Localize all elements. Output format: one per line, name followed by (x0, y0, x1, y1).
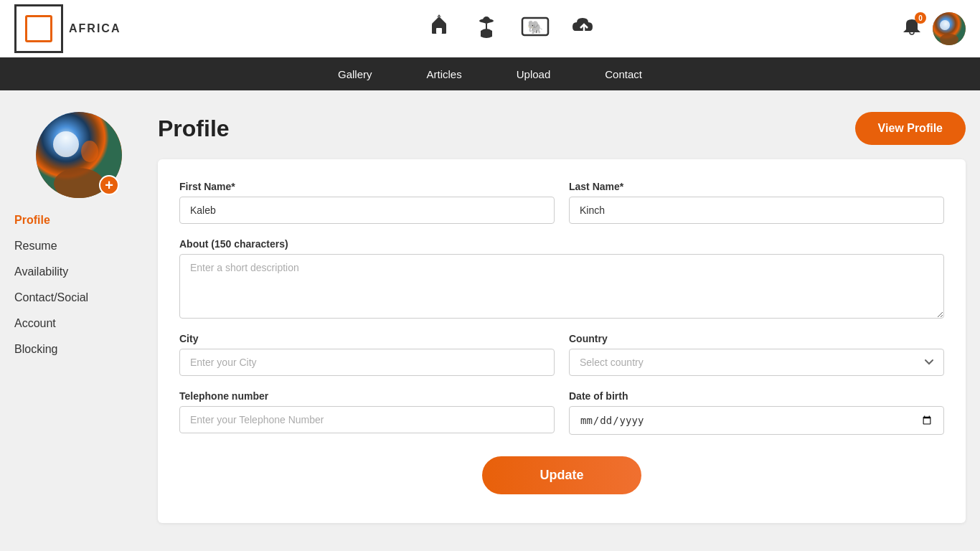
svg-point-15 (53, 131, 79, 157)
svg-point-13 (940, 34, 958, 45)
dob-input[interactable] (569, 406, 944, 435)
last-name-group: Last Name* (569, 181, 944, 224)
svg-point-6 (479, 19, 494, 23)
first-name-input[interactable] (179, 197, 555, 224)
sidebar-item-resume[interactable]: Resume (14, 238, 143, 254)
dob-label: Date of birth (569, 390, 944, 402)
svg-rect-3 (436, 28, 442, 34)
svg-marker-1 (432, 17, 446, 24)
main-layout: + Profile Resume Availability Contact/So… (0, 90, 980, 551)
navbar: Gallery Articles Upload Contact (0, 57, 980, 90)
view-profile-button[interactable]: View Profile (855, 112, 966, 145)
profile-header: Profile View Profile (158, 112, 966, 145)
nav-upload[interactable]: Upload (511, 65, 557, 83)
sidebar-item-profile[interactable]: Profile (14, 212, 143, 228)
first-name-label: First Name* (179, 181, 555, 192)
country-label: Country (569, 333, 944, 344)
nav-articles[interactable]: Articles (421, 65, 468, 83)
name-row: First Name* Last Name* (179, 181, 944, 224)
svg-point-12 (940, 20, 950, 30)
logo-text: AFRICA (69, 22, 121, 35)
header-icons: 🐘 (426, 14, 597, 44)
sidebar-item-availability[interactable]: Availability (14, 264, 143, 280)
country-group: Country Select country Ethiopia Kenya Ni… (569, 333, 944, 376)
update-btn-row: Update (179, 456, 944, 494)
city-input[interactable] (179, 349, 555, 376)
farmer-icon[interactable] (473, 14, 499, 44)
profile-content: Profile View Profile First Name* Last Na… (158, 112, 966, 529)
city-country-row: City Country Select country Ethiopia Ken… (179, 333, 944, 376)
sidebar-item-contact-social[interactable]: Contact/Social (14, 290, 143, 306)
header-right: 0 (902, 12, 966, 45)
sidebar-item-account[interactable]: Account (14, 316, 143, 331)
profile-form-card: First Name* Last Name* About (150 charac… (158, 159, 966, 523)
telephone-input[interactable] (179, 406, 555, 433)
logo-box (14, 4, 63, 53)
last-name-input[interactable] (569, 197, 944, 224)
about-row: About (150 characters) (179, 238, 944, 319)
about-textarea[interactable] (179, 254, 944, 319)
logo-area: AFRICA (14, 4, 121, 53)
user-avatar[interactable] (933, 12, 966, 45)
about-label: About (150 characters) (179, 238, 944, 250)
nav-contact[interactable]: Contact (599, 65, 648, 83)
city-label: City (179, 333, 555, 344)
sidebar-nav: Profile Resume Availability Contact/Soci… (14, 212, 143, 357)
telephone-group: Telephone number (179, 390, 555, 435)
svg-point-17 (81, 141, 98, 162)
dob-group: Date of birth (569, 390, 944, 435)
header: AFRICA 🐘 (0, 0, 980, 57)
country-select[interactable]: Select country Ethiopia Kenya Nigeria Gh… (569, 349, 944, 376)
tel-dob-row: Telephone number Date of birth (179, 390, 944, 435)
sidebar: + Profile Resume Availability Contact/So… (14, 112, 143, 529)
add-photo-button[interactable]: + (99, 175, 119, 195)
upload-icon[interactable] (571, 14, 597, 44)
last-name-label: Last Name* (569, 181, 944, 192)
gallery-icon[interactable]: 🐘 (521, 14, 550, 44)
city-group: City (179, 333, 555, 376)
page-title: Profile (158, 116, 230, 142)
telephone-label: Telephone number (179, 390, 555, 402)
first-name-group: First Name* (179, 181, 555, 224)
about-group: About (150 characters) (179, 238, 944, 319)
notification-icon[interactable]: 0 (902, 17, 922, 41)
home-icon[interactable] (426, 14, 452, 44)
update-button[interactable]: Update (482, 456, 641, 494)
svg-text:🐘: 🐘 (527, 19, 544, 35)
notification-badge: 0 (915, 12, 926, 24)
nav-gallery[interactable]: Gallery (332, 65, 378, 83)
svg-point-16 (54, 168, 104, 198)
sidebar-item-blocking[interactable]: Blocking (14, 342, 143, 357)
profile-avatar-container: + (36, 112, 122, 198)
logo-inner (25, 15, 52, 42)
